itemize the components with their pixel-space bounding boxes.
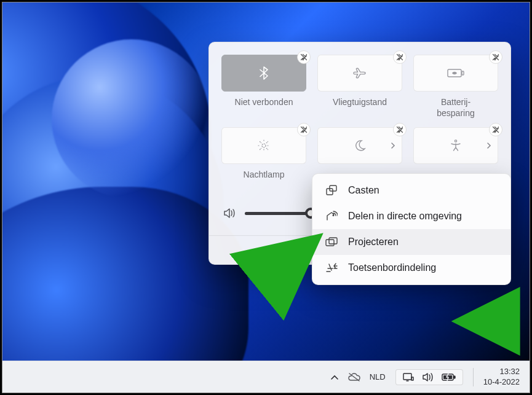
unpin-icon[interactable]	[489, 123, 502, 136]
unpin-icon[interactable]	[297, 123, 311, 136]
bluetooth-icon	[260, 66, 268, 80]
svg-line-10	[266, 142, 268, 143]
language-indicator[interactable]: NLD	[370, 372, 386, 381]
menu-item-cast[interactable]: Casten	[312, 178, 510, 203]
menu-item-label: Delen in directe omgeving	[348, 211, 462, 222]
project-icon	[325, 237, 338, 247]
unpin-icon[interactable]	[297, 50, 311, 64]
clock[interactable]: 13:32 10-4-2022	[483, 367, 520, 387]
chevron-right-icon	[486, 142, 491, 149]
bluetooth-label: Niet verbonden	[235, 96, 293, 119]
clock-time: 13:32	[483, 367, 520, 377]
menu-item-label: Toetsenbordindeling	[348, 262, 436, 273]
onedrive-icon[interactable]	[347, 372, 361, 382]
clock-date: 10-4-2022	[483, 377, 520, 387]
network-icon	[402, 372, 415, 382]
accessibility-icon	[449, 139, 463, 152]
keyboard-layout-icon	[325, 262, 338, 273]
svg-line-19	[349, 373, 359, 381]
svg-rect-15	[326, 240, 334, 246]
battery-saver-tile[interactable]	[413, 55, 498, 92]
airplane-label: Vliegtuigstand	[333, 96, 387, 119]
focus-assist-tile[interactable]	[317, 127, 402, 164]
svg-rect-1	[462, 71, 464, 75]
svg-rect-23	[454, 376, 455, 378]
night-light-icon	[257, 139, 271, 152]
add-action-menu: Casten Delen in directe omgeving Project…	[312, 173, 511, 285]
tray-overflow-button[interactable]	[330, 374, 339, 380]
svg-point-14	[333, 215, 334, 216]
unpin-icon[interactable]	[393, 50, 407, 64]
nearby-share-icon	[325, 211, 338, 222]
taskbar: NLD 13:32 10-4-2022	[2, 361, 530, 393]
focus-assist-icon	[353, 139, 367, 152]
menu-item-label: Casten	[348, 185, 379, 196]
check-icon	[295, 246, 306, 254]
airplane-icon	[352, 67, 367, 79]
svg-point-11	[455, 140, 456, 142]
accessibility-tile[interactable]	[413, 127, 498, 164]
svg-line-8	[266, 149, 268, 150]
menu-item-nearby-share[interactable]: Delen in directe omgeving	[312, 203, 510, 229]
menu-item-label: Projecteren	[348, 237, 399, 248]
volume-tray-icon	[422, 372, 434, 382]
svg-rect-16	[329, 238, 337, 244]
volume-icon[interactable]	[223, 207, 236, 219]
svg-line-7	[260, 142, 261, 143]
battery-tray-icon	[442, 373, 456, 381]
svg-point-2	[262, 144, 266, 147]
battery-saver-icon	[447, 68, 465, 79]
battery-saver-label: Batterij- besparing	[437, 96, 475, 119]
bluetooth-tile[interactable]	[221, 55, 306, 92]
menu-item-keyboard-layout[interactable]: Toetsenbordindeling	[312, 255, 510, 281]
unpin-icon[interactable]	[489, 50, 502, 64]
cast-icon	[325, 185, 338, 196]
menu-item-project[interactable]: Projecteren	[312, 229, 510, 255]
unpin-icon[interactable]	[393, 123, 407, 136]
annotation-arrow	[458, 309, 525, 334]
night-light-label: Nachtlamp	[244, 169, 285, 191]
chevron-right-icon	[391, 142, 395, 149]
night-light-tile[interactable]	[221, 127, 306, 164]
airplane-tile[interactable]	[317, 55, 402, 92]
system-tray[interactable]	[395, 369, 463, 385]
svg-rect-20	[403, 373, 411, 380]
svg-line-9	[260, 149, 261, 150]
